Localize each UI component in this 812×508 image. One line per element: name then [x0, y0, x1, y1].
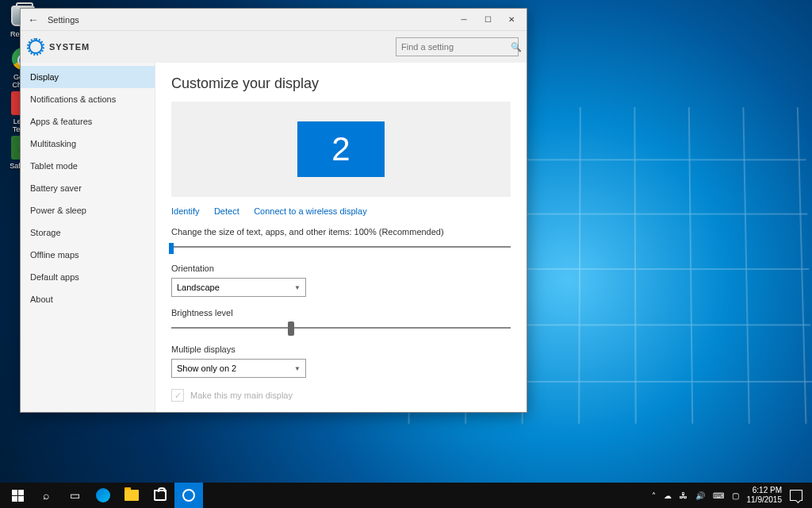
edge-icon [96, 488, 110, 502]
orientation-label: Orientation [171, 264, 511, 273]
sidebar-item-notifications[interactable]: Notifications & actions [21, 88, 155, 110]
sidebar-item-display[interactable]: Display [21, 66, 155, 88]
multiple-displays-value: Show only on 2 [177, 364, 236, 373]
folder-icon [124, 490, 139, 501]
close-button[interactable]: ✕ [500, 9, 523, 31]
windows-icon [12, 490, 24, 502]
taskbar: ⌕ ▭ ˄ ☁ 🖧 🔊 ⌨ ▢ 6:12 PM 11/9/2015 [0, 483, 812, 508]
settings-window: ← Settings ─ ☐ ✕ SYSTEM 🔍 Display Notifi… [20, 8, 527, 413]
section-title: SYSTEM [49, 42, 90, 52]
search-icon: 🔍 [511, 42, 522, 52]
taskbar-store[interactable] [146, 483, 174, 508]
tray-onedrive-icon[interactable]: ☁ [664, 491, 672, 500]
detect-link[interactable]: Detect [214, 206, 239, 216]
monitor-tile-2[interactable]: 2 [297, 121, 385, 177]
minimize-button[interactable]: ─ [452, 9, 476, 31]
sidebar-item-power[interactable]: Power & sleep [21, 199, 155, 221]
search-box[interactable]: 🔍 [396, 37, 519, 56]
page-heading: Customize your display [171, 75, 511, 92]
sidebar-item-default-apps[interactable]: Default apps [21, 266, 155, 288]
settings-header: SYSTEM 🔍 [21, 31, 527, 63]
tray-network-icon[interactable]: 🖧 [680, 491, 688, 500]
sidebar: Display Notifications & actions Apps & f… [21, 63, 155, 412]
main-display-checkbox: ✓ [171, 389, 184, 402]
taskbar-explorer[interactable] [117, 483, 146, 508]
display-links: Identify Detect Connect to a wireless di… [171, 203, 511, 217]
scale-slider[interactable] [171, 241, 511, 252]
titlebar[interactable]: ← Settings ─ ☐ ✕ [21, 9, 527, 31]
store-icon [154, 490, 167, 501]
wireless-display-link[interactable]: Connect to a wireless display [254, 206, 366, 216]
search-icon: ⌕ [43, 489, 49, 502]
chevron-down-icon: ▼ [294, 365, 301, 372]
orientation-select[interactable]: Landscape ▼ [171, 278, 306, 297]
orientation-value: Landscape [177, 283, 220, 292]
sidebar-item-storage[interactable]: Storage [21, 221, 155, 244]
window-title: Settings [43, 15, 79, 25]
sidebar-item-tablet[interactable]: Tablet mode [21, 155, 155, 177]
tray-volume-icon[interactable]: 🔊 [695, 491, 705, 500]
action-center-icon[interactable] [790, 490, 802, 501]
sidebar-item-about[interactable]: About [21, 288, 155, 310]
clock-time: 6:12 PM [747, 486, 783, 495]
clock[interactable]: 6:12 PM 11/9/2015 [747, 486, 783, 505]
main-display-checkbox-row: ✓ Make this my main display [171, 389, 511, 402]
brightness-slider[interactable] [171, 322, 511, 333]
task-view-icon: ▭ [70, 489, 80, 502]
monitor-layout-area[interactable]: 2 [171, 102, 511, 197]
sidebar-item-apps[interactable]: Apps & features [21, 110, 155, 133]
clock-date: 11/9/2015 [747, 495, 783, 505]
search-button[interactable]: ⌕ [32, 483, 60, 508]
system-tray[interactable]: ˄ ☁ 🖧 🔊 ⌨ ▢ 6:12 PM 11/9/2015 [652, 486, 810, 505]
taskbar-edge[interactable] [89, 483, 117, 508]
desktop: Recycle Googl Chrom LLenov Teleph ✓Safe … [0, 0, 812, 508]
gear-icon [29, 40, 43, 54]
multiple-displays-label: Multiple displays [171, 344, 511, 354]
tray-keyboard-icon[interactable]: ⌨ [713, 491, 724, 500]
maximize-button[interactable]: ☐ [476, 9, 500, 31]
brightness-label: Brightness level [171, 308, 511, 318]
chevron-down-icon: ▼ [294, 284, 301, 291]
scale-label: Change the size of text, apps, and other… [171, 227, 511, 237]
taskbar-settings[interactable] [174, 483, 203, 508]
sidebar-item-multitasking[interactable]: Multitasking [21, 133, 155, 155]
main-display-label: Make this my main display [190, 391, 293, 400]
multiple-displays-select[interactable]: Show only on 2 ▼ [171, 359, 306, 378]
search-input[interactable] [401, 42, 511, 52]
sidebar-item-battery[interactable]: Battery saver [21, 177, 155, 199]
content-pane: Customize your display 2 Identify Detect… [155, 63, 527, 412]
tray-battery-icon[interactable]: ▢ [732, 491, 739, 500]
tray-chevron-icon[interactable]: ˄ [652, 491, 656, 500]
identify-link[interactable]: Identify [171, 206, 199, 216]
task-view-button[interactable]: ▭ [60, 483, 89, 508]
start-button[interactable] [3, 483, 32, 508]
back-button[interactable]: ← [24, 13, 43, 26]
sidebar-item-maps[interactable]: Offline maps [21, 244, 155, 266]
gear-icon [182, 489, 195, 502]
